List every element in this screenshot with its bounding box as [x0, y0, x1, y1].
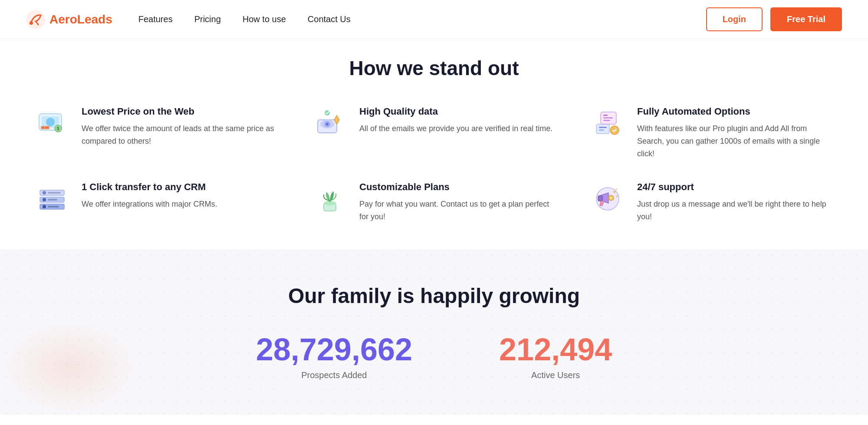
- stats-title: Our family is happily growing: [35, 284, 833, 308]
- svg-point-13: [326, 123, 329, 125]
- svg-rect-20: [603, 117, 613, 119]
- free-trial-button[interactable]: Free Trial: [770, 7, 842, 31]
- nav-how-to-use[interactable]: How to use: [243, 14, 286, 24]
- logo-link[interactable]: AeroLeads: [26, 10, 112, 29]
- feature-high-quality-text: High Quality data All of the emails we p…: [359, 106, 552, 135]
- quality-icon: [312, 106, 347, 141]
- svg-point-40: [616, 189, 617, 190]
- stand-out-section: How we stand out: [0, 39, 868, 93]
- svg-rect-7: [45, 127, 49, 128]
- stat-prospects: 28,729,662 Prospects Added: [256, 334, 412, 380]
- login-button[interactable]: Login: [706, 7, 763, 31]
- feature-lowest-price: $ Lowest Price on the Web We offer twice…: [35, 106, 278, 160]
- logo-icon: [26, 10, 45, 29]
- stat-prospects-number: 28,729,662: [256, 334, 412, 365]
- feature-automated: Fully Automated Options With features li…: [590, 106, 833, 160]
- feature-crm: 1 Click transfer to any CRM We offer int…: [35, 181, 278, 223]
- feature-customizable: Customizable Plans Pay for what you want…: [312, 181, 556, 223]
- feature-customizable-text: Customizable Plans Pay for what you want…: [359, 181, 556, 223]
- svg-point-4: [46, 118, 55, 126]
- crm-icon: [35, 181, 69, 216]
- svg-rect-6: [42, 127, 44, 128]
- svg-point-28: [43, 205, 46, 208]
- svg-rect-31: [48, 206, 59, 208]
- svg-point-26: [43, 191, 46, 194]
- svg-rect-21: [603, 120, 610, 121]
- features-grid: $ Lowest Price on the Web We offer twice…: [35, 106, 833, 223]
- support-icon: [590, 181, 625, 216]
- nav-contact-us[interactable]: Contact Us: [308, 14, 351, 24]
- feature-support-text: 24/7 support Just drop us a message and …: [637, 181, 833, 223]
- svg-rect-35: [598, 196, 602, 201]
- svg-rect-30: [48, 199, 57, 201]
- stat-prospects-label: Prospects Added: [256, 370, 412, 380]
- logo-text: AeroLeads: [49, 13, 112, 26]
- svg-point-0: [26, 10, 45, 29]
- nav-features[interactable]: Features: [138, 14, 173, 24]
- stat-users-number: 212,494: [499, 334, 612, 365]
- automation-icon: [590, 106, 625, 141]
- plans-icon: [312, 181, 347, 216]
- features-section: $ Lowest Price on the Web We offer twice…: [0, 93, 868, 249]
- stats-row: 28,729,662 Prospects Added 212,494 Activ…: [35, 334, 833, 380]
- svg-rect-16: [599, 127, 607, 128]
- feature-lowest-price-text: Lowest Price on the Web We offer twice t…: [82, 106, 278, 148]
- stand-out-title: How we stand out: [0, 56, 868, 80]
- svg-rect-17: [599, 129, 604, 131]
- stat-users-label: Active Users: [499, 370, 612, 380]
- svg-point-38: [614, 191, 616, 193]
- feature-automated-text: Fully Automated Options With features li…: [637, 106, 833, 160]
- svg-point-27: [43, 198, 46, 201]
- feature-high-quality: High Quality data All of the emails we p…: [312, 106, 556, 160]
- stat-users: 212,494 Active Users: [499, 334, 612, 380]
- svg-rect-29: [48, 192, 61, 194]
- svg-rect-15: [596, 124, 609, 134]
- navbar: AeroLeads Features Pricing How to use Co…: [0, 0, 868, 39]
- stats-section: Our family is happily growing 28,729,662…: [0, 249, 868, 415]
- svg-point-37: [610, 197, 612, 199]
- svg-rect-19: [603, 115, 608, 116]
- svg-point-1: [30, 21, 33, 25]
- nav-pricing[interactable]: Pricing: [194, 14, 221, 24]
- feature-crm-text: 1 Click transfer to any CRM We offer int…: [82, 181, 217, 211]
- feature-support: 24/7 support Just drop us a message and …: [590, 181, 833, 223]
- nav-links: Features Pricing How to use Contact Us: [138, 14, 706, 24]
- svg-point-33: [324, 201, 336, 205]
- svg-text:$: $: [57, 126, 59, 131]
- svg-point-39: [616, 195, 618, 197]
- nav-actions: Login Free Trial: [706, 7, 842, 31]
- price-icon: $: [35, 106, 69, 141]
- svg-point-22: [610, 126, 619, 135]
